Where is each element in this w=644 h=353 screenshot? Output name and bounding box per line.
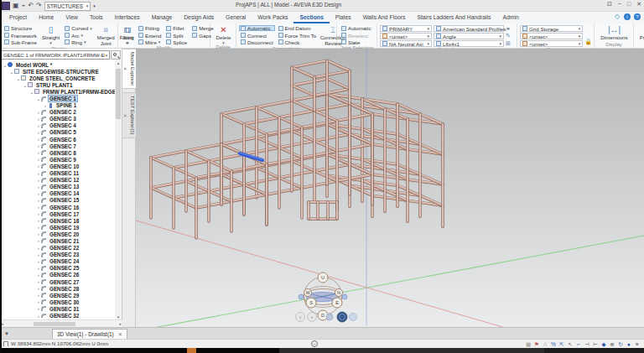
disconnect-button[interactable]: Disconnect [239,39,275,45]
fillet-button[interactable]: Fillet [164,25,189,31]
storage-icon [522,34,527,39]
tab-home[interactable]: Home [33,12,60,23]
snap-toolbar: ▦⚑∴%⇱↖⌐⊣⊢◆⊕↻●≡ [525,340,641,348]
structure-button[interactable]: Structure [3,25,39,31]
tab-stairs-ladders-and-handrails[interactable]: Stairs Ladders And Handrails [411,12,496,23]
profile-button[interactable]: Ⅰ Profile [638,25,644,41]
tab-manage[interactable]: Manage [146,12,179,23]
close-icon[interactable]: ✕ [123,113,127,118]
extend-button[interactable]: Extend [137,32,163,38]
percent-snap-icon[interactable]: % [550,340,557,348]
view-list-dropdown-icon[interactable]: ▼ [0,328,13,339]
tree-item-gensec-32[interactable]: ›GENSEC 32 [1,312,115,318]
gensec-icon [41,137,46,142]
tab-3d-view[interactable]: 3D View(1) - Drawlist(1) ✕ [52,329,127,339]
tab-tools[interactable]: Tools [84,12,109,23]
framework-button[interactable]: Framework [3,32,39,38]
ring-button[interactable]: Ring▾ [63,39,93,45]
tab-general[interactable]: General [220,12,252,23]
angle-snap-icon[interactable]: ⌐ [575,340,582,348]
taskbar-segment[interactable] [279,348,544,353]
connect-button[interactable]: Connect [239,32,275,38]
tab-admin[interactable]: Admin [496,12,524,23]
sub-frame-button[interactable]: Sub-Frame [3,39,39,45]
mitre-button[interactable]: Mitre▾ [137,39,163,45]
expand-icon[interactable]: › [43,103,48,108]
arc-button[interactable]: Arc▾ [63,32,93,38]
os-taskbar[interactable] [0,348,644,353]
status-center-icon[interactable]: − [311,340,318,347]
grid-icon[interactable]: ⊞ [506,40,511,47]
viewport-canvas[interactable]: UDWSEN‹› [136,49,644,327]
lock-icon[interactable]: 🔒 [584,39,592,45]
tab-plates[interactable]: Plates [330,12,357,23]
tab-work-packs[interactable]: Work Packs [252,12,293,23]
unset-dropdown[interactable]: <unset>▾ [380,33,432,39]
cursor-snap-icon[interactable]: ↖ [567,340,574,348]
tab-design-aids[interactable]: Design Aids [178,12,220,23]
perpendicular-snap-icon[interactable]: ⊕ [609,340,615,348]
splice-icon [166,39,171,44]
close-icon[interactable]: ✕ [123,66,127,71]
tree-vertical-scrollbar[interactable]: ▴▾ [115,60,122,319]
split-button[interactable]: Split [164,32,189,38]
scrollbar-thumb[interactable] [34,322,75,326]
start-snap-icon[interactable]: ⊢ [592,340,599,348]
taskbar-active-app[interactable] [187,348,196,353]
distance-snap-icon[interactable]: ⇱ [558,340,565,348]
connections-automatic-button[interactable]: Automatic [239,25,275,31]
flag-icon[interactable]: ⚑ [533,340,540,348]
force-trim-button[interactable]: Force Trim To [277,32,319,38]
profile-library-dropdown[interactable]: American Standard Profiles▾ [434,25,504,32]
close-icon[interactable]: ✕ [118,331,122,337]
end-datum-button[interactable]: End Datum [277,25,319,31]
fitting-modify-button[interactable]: Fitting [137,25,163,31]
close-icon[interactable]: ✕ [636,1,641,8]
help-icon[interactable]: ? [634,13,641,20]
viewport-3d[interactable]: UDWSEN‹› [136,49,644,327]
section-preview-icon[interactable]: ◗ [506,25,511,32]
grid-storage-dropdown[interactable]: Grid Storage▾ [520,25,583,32]
element-search-combobox[interactable]: GENSEC 1 of FRMWORK /PLANT1/FRMW-EDGEWIS… [1,50,110,60]
tab-project[interactable]: Project [3,12,33,23]
tab-walls-and-floors[interactable]: Walls And Floors [357,12,412,23]
center-snap-icon[interactable]: ◆ [600,340,607,348]
dimensions-button[interactable]: |↔| Dimensions [599,25,629,41]
reselect-button[interactable]: Reselect [340,32,373,38]
tab-view[interactable]: View [60,12,84,23]
taskbar-segment[interactable] [544,348,644,353]
primary-dropdown[interactable]: PRIMARY▾ [380,25,432,32]
window-style-icon[interactable]: ⊡ [607,1,612,8]
grid-snap-icon[interactable]: ▦ [525,340,532,348]
straight-button[interactable]: ▯ Straight▾ [40,25,61,44]
minimize-icon[interactable]: − [618,1,621,8]
curved-button[interactable]: Curved▾ [63,25,93,31]
point-snap-icon[interactable]: ∴ [542,340,548,348]
info-icon[interactable]: i [624,13,631,20]
tab-interfaces[interactable]: Interfaces [109,12,146,23]
sketch-icon[interactable]: ✎ [506,33,511,39]
profile-type-dropdown[interactable]: Angle▾ [434,33,504,39]
list-icon[interactable]: ≡ [634,340,641,348]
end-snap-icon[interactable]: ⊣ [584,340,590,348]
state-button[interactable]: State [340,39,373,45]
storage-unset1-dropdown[interactable]: <unset>▾ [520,33,583,39]
maximize-icon[interactable]: □ [627,1,631,8]
node-snap-icon[interactable]: ● [626,340,632,348]
justification-dropdown[interactable]: NANeutral Axi▾ [380,40,432,47]
joint-button[interactable]: ⊔ Joint▾ [121,25,135,44]
joint-automatic-button[interactable]: Automatic [340,25,373,31]
rotate-snap-icon[interactable]: ↻ [617,340,624,348]
scroll-right-icon[interactable]: ▸ [119,321,122,326]
tree-horizontal-scrollbar[interactable]: ◂▸ [0,319,122,327]
search-button[interactable] [111,50,121,60]
tab-sections[interactable]: Sections [293,12,329,23]
merged-joint-button[interactable]: ⌗ Merged Joint [96,25,117,46]
style-diamond-icon[interactable]: ◇ [614,13,621,20]
check-button[interactable]: Check [277,39,319,45]
splice-button[interactable]: Splice [164,39,189,45]
scrollbar-thumb[interactable] [116,69,121,119]
delete-button[interactable]: ✕ Delete▾ [215,25,233,44]
profile-size-dropdown[interactable]: L6x4x1▾ [434,40,504,47]
storage-unset2-dropdown[interactable]: <unset>▾ [520,40,583,47]
